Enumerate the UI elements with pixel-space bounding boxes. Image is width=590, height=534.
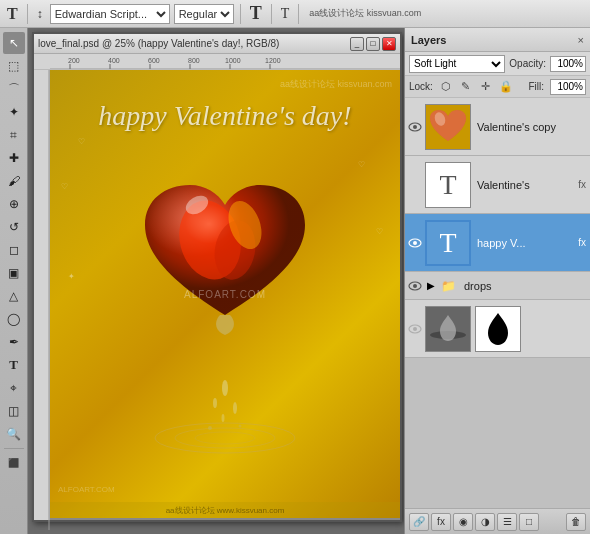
top-toolbar: T ↕ Edwardian Script... Regular T T aa线设… — [0, 0, 590, 28]
add-mask-btn[interactable]: ◉ — [453, 513, 473, 531]
new-group-btn[interactable]: ☰ — [497, 513, 517, 531]
heal-tool[interactable]: ✚ — [3, 147, 25, 169]
svg-point-23 — [233, 402, 237, 414]
minimize-button[interactable]: _ — [350, 37, 364, 51]
shape-tool[interactable]: ◫ — [3, 400, 25, 422]
lock-paint-btn[interactable]: ✎ — [459, 80, 473, 94]
layers-panel-header: Layers × — [405, 28, 590, 52]
font-family-select[interactable]: Edwardian Script... — [50, 4, 170, 24]
foreground-color[interactable]: ⬛ — [3, 452, 25, 474]
layer-eye-valentines-copy[interactable] — [407, 119, 423, 135]
layer-thumb-valentines-text: T — [425, 162, 471, 208]
lock-all-btn[interactable]: 🔒 — [499, 80, 513, 94]
layer-eye-drops[interactable] — [407, 278, 423, 294]
type-tool[interactable]: T — [3, 354, 25, 376]
maximize-button[interactable]: □ — [366, 37, 380, 51]
sparkle-4: ♡ — [358, 160, 365, 169]
layer-happy-valentines[interactable]: T happy V... fx — [405, 214, 590, 272]
new-layer-btn[interactable]: □ — [519, 513, 539, 531]
history-brush-tool[interactable]: ↺ — [3, 216, 25, 238]
svg-text:600: 600 — [148, 57, 160, 64]
new-fill-adj-btn[interactable]: ◑ — [475, 513, 495, 531]
layer-eye-valentines-text[interactable] — [407, 177, 423, 193]
layers-panel: Layers × Soft Light Opacity: Lock: ⬡ ✎ ✛… — [404, 28, 590, 534]
layer-fx-valentines-text[interactable]: fx — [576, 178, 588, 191]
tool-type-button[interactable]: T — [4, 4, 21, 24]
layer-eye-drops-img[interactable] — [407, 321, 423, 337]
opacity-label: Opacity: — [509, 58, 546, 69]
layer-name-drops: drops — [464, 280, 588, 292]
layer-name-area-happy-valentines: happy V... — [473, 237, 574, 249]
ruler-vertical — [34, 70, 50, 520]
move-tool[interactable]: ↖ — [3, 32, 25, 54]
layer-name-area-drops: drops — [460, 280, 588, 292]
font-style-select[interactable]: Regular — [174, 4, 234, 24]
watermark-top: aa线设计论坛 kissvuan.com — [50, 78, 400, 91]
magic-wand-tool[interactable]: ✦ — [3, 101, 25, 123]
sep3 — [271, 4, 272, 24]
sparkle-6: ✦ — [68, 272, 75, 281]
opacity-input[interactable] — [550, 56, 586, 72]
sparkle-3: ♡ — [120, 115, 127, 124]
tools-panel: ↖ ⬚ ⌒ ✦ ⌗ ✚ 🖌 ⊕ ↺ ◻ ▣ △ ◯ ✒ T ⌖ ◫ 🔍 ⬛ — [0, 28, 28, 534]
warp-text-button[interactable]: T — [278, 5, 293, 23]
delete-layer-btn[interactable]: 🗑 — [566, 513, 586, 531]
window-buttons: _ □ ✕ — [350, 37, 396, 51]
sep4 — [298, 4, 299, 24]
layer-drops-folder[interactable]: ▶ 📁 drops — [405, 272, 590, 300]
blend-mode-select[interactable]: Soft Light — [409, 55, 505, 73]
text-layer-T-selected-icon: T — [439, 227, 456, 259]
layer-thumb-valentines-copy — [425, 104, 471, 150]
crop-tool[interactable]: ⌗ — [3, 124, 25, 146]
heart-svg — [125, 150, 325, 350]
lasso-tool[interactable]: ⌒ — [3, 78, 25, 100]
path-select-tool[interactable]: ⌖ — [3, 377, 25, 399]
svg-point-32 — [413, 241, 417, 245]
layer-name-valentines-text: Valentine's — [477, 179, 574, 191]
font-size-button[interactable]: T — [247, 2, 265, 25]
canvas-container: love_final.psd @ 25% (happy Valentine's … — [28, 28, 404, 534]
lock-move-btn[interactable]: ✛ — [479, 80, 493, 94]
font-size-icon-button[interactable]: ↕ — [34, 6, 46, 22]
bottom-watermark: aa线设计论坛 www.kissvuan.com — [166, 505, 285, 516]
bottom-bar: aa线设计论坛 www.kissvuan.com — [50, 502, 400, 518]
svg-point-20 — [195, 432, 255, 444]
text-layer-T-icon: T — [439, 169, 456, 201]
sparkle-1: ♡ — [78, 137, 85, 146]
dodge-tool[interactable]: ◯ — [3, 308, 25, 330]
clone-tool[interactable]: ⊕ — [3, 193, 25, 215]
valentines-day-text: happy Valentine's day! — [60, 100, 390, 132]
layers-panel-close[interactable]: × — [578, 34, 584, 46]
brush-tool[interactable]: 🖌 — [3, 170, 25, 192]
layers-panel-title: Layers — [411, 34, 446, 46]
heart-image — [125, 150, 325, 350]
folder-arrow[interactable]: ▶ — [427, 280, 435, 291]
layer-fx-happy-valentines[interactable]: fx — [576, 236, 588, 249]
sparkle-5: ♡ — [376, 227, 383, 236]
select-tool[interactable]: ⬚ — [3, 55, 25, 77]
add-style-btn[interactable]: fx — [431, 513, 451, 531]
svg-text:800: 800 — [188, 57, 200, 64]
document-titlebar: love_final.psd @ 25% (happy Valentine's … — [34, 34, 400, 54]
lock-transparent-btn[interactable]: ⬡ — [439, 80, 453, 94]
layer-eye-happy-valentines[interactable] — [407, 235, 423, 251]
layers-bottom-toolbar: 🔗 fx ◉ ◑ ☰ □ 🗑 — [405, 508, 590, 534]
blur-tool[interactable]: △ — [3, 285, 25, 307]
close-button[interactable]: ✕ — [382, 37, 396, 51]
pen-tool[interactable]: ✒ — [3, 331, 25, 353]
svg-point-28 — [413, 125, 417, 129]
layer-valentines-copy[interactable]: Valentine's copy — [405, 98, 590, 156]
zoom-tool[interactable]: 🔍 — [3, 423, 25, 445]
svg-text:1200: 1200 — [265, 57, 281, 64]
layer-drops-image[interactable] — [405, 300, 590, 358]
layer-valentines-text[interactable]: T Valentine's fx — [405, 156, 590, 214]
layer-name-valentines-copy: Valentine's copy — [477, 121, 588, 133]
canvas-image[interactable]: happy Valentine's day! aa线设计论坛 kissvuan.… — [50, 70, 400, 518]
eraser-tool[interactable]: ◻ — [3, 239, 25, 261]
alfoart-watermark: ALFOART.COM — [184, 289, 266, 300]
fill-input[interactable] — [550, 79, 586, 95]
ruler-horizontal: 200 400 600 800 1000 1200 — [34, 54, 400, 70]
svg-point-36 — [413, 327, 417, 331]
link-layers-btn[interactable]: 🔗 — [409, 513, 429, 531]
gradient-tool[interactable]: ▣ — [3, 262, 25, 284]
